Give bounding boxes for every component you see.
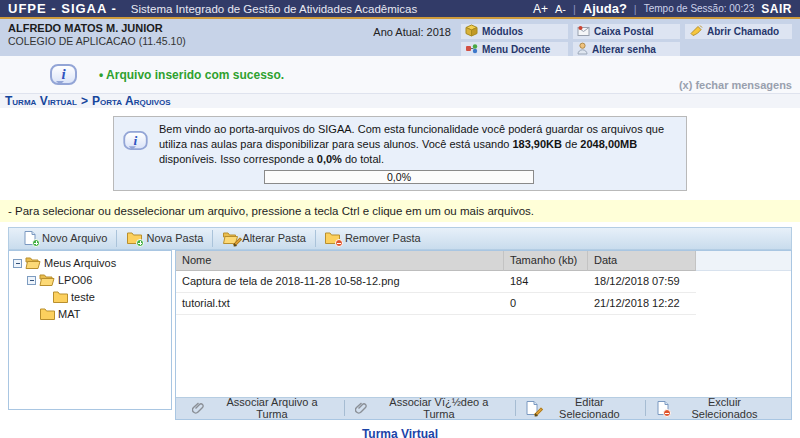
percent-used-value: 0,0%: [317, 153, 342, 165]
change-password-button[interactable]: Alterar senha: [573, 42, 680, 57]
button-label: Alterar Pasta: [242, 232, 306, 244]
modules-cube-icon: [465, 24, 478, 39]
font-decrease-button[interactable]: A-: [555, 3, 566, 15]
new-folder-icon: [126, 231, 142, 245]
open-folder-icon: [39, 273, 55, 288]
breadcrumb: Turma Virtual > Porta Arquivos: [0, 93, 800, 108]
new-file-icon: [22, 231, 38, 245]
close-messages-link[interactable]: (x) fechar mensagens: [679, 79, 792, 91]
plus-badge-icon: [136, 239, 144, 247]
table-row[interactable]: tutorial.txt 0 21/12/2018 12:22: [176, 293, 791, 315]
storage-progress-bar: 0,0%: [264, 170, 534, 184]
logout-button[interactable]: SAIR: [761, 2, 792, 16]
top-navigation-bar: UFPE - SIGAA - Sistema Integrado de Gest…: [0, 0, 800, 19]
font-increase-button[interactable]: A+: [533, 2, 548, 16]
empty-space: [176, 315, 791, 397]
tree-item-teste[interactable]: teste: [11, 289, 169, 306]
user-name: ALFREDO MATOS M. JUNIOR: [8, 22, 186, 34]
divider: |: [573, 3, 576, 15]
user-unit: COLEGIO DE APLICACAO (11.45.10): [8, 35, 186, 47]
session-timer: Tempo de Sessão: 00:23: [644, 3, 755, 14]
tree-item-label: LPO06: [58, 274, 92, 286]
file-date-cell: 21/12/2018 12:22: [588, 293, 696, 315]
header-filler: [696, 251, 791, 271]
button-label: Módulos: [482, 26, 523, 37]
breadcrumb-current: Porta Arquivos: [92, 94, 171, 108]
footer-link-row: Turma Virtual: [0, 425, 800, 438]
file-date-cell: 18/12/2018 07:59: [588, 271, 696, 293]
remove-folder-button[interactable]: Remover Pasta: [315, 230, 430, 247]
associate-file-button[interactable]: Associar Arquivo a Turma: [182, 400, 344, 416]
plus-badge-icon: [32, 239, 40, 247]
current-year-label: Ano Atual: 2018: [373, 26, 451, 38]
modules-button[interactable]: Módulos: [461, 24, 568, 39]
message-area: • Arquivo inserido com sucesso. (x) fech…: [0, 56, 800, 93]
open-ticket-button[interactable]: Abrir Chamado: [685, 24, 792, 39]
welcome-text-4: do total.: [342, 153, 384, 165]
file-size-cell: 184: [504, 271, 588, 293]
file-manager: Novo Arquivo Nova Pasta Alterar Pasta Re…: [8, 227, 792, 420]
button-label: Novo Arquivo: [42, 232, 107, 244]
tree-item-label: MAT: [58, 308, 80, 320]
welcome-section: Bem vindo ao porta-arquivos do SIGAA. Co…: [0, 108, 800, 200]
system-name: Sistema Integrado de Gestão de Atividade…: [131, 3, 417, 15]
teacher-menu-button[interactable]: Menu Docente: [461, 42, 568, 57]
mailbox-icon: [577, 25, 590, 39]
tree-item-lpo06[interactable]: LPO06: [11, 272, 169, 289]
file-toolbar: Novo Arquivo Nova Pasta Alterar Pasta Re…: [8, 227, 792, 250]
collapse-expander-icon[interactable]: [13, 259, 22, 268]
breadcrumb-parent-link[interactable]: Turma Virtual: [5, 94, 77, 108]
button-label: Remover Pasta: [345, 232, 421, 244]
info-icon: [50, 64, 77, 85]
edit-selected-button[interactable]: Editar Selecionado: [515, 400, 645, 416]
button-label: Excluir Selecionados: [674, 396, 775, 420]
button-label: Abrir Chamado: [707, 26, 779, 37]
file-action-bar: Associar Arquivo a Turma Associar Vï¿½de…: [176, 397, 791, 419]
button-label: Associar Arquivo a Turma: [210, 396, 334, 420]
button-label: Editar Selecionado: [544, 396, 635, 420]
hint-text: - Para selecionar ou desselecionar um ar…: [8, 205, 534, 217]
turma-virtual-link[interactable]: Turma Virtual: [362, 427, 438, 438]
collapse-expander-icon[interactable]: [27, 276, 36, 285]
file-name-cell: tutorial.txt: [176, 293, 504, 315]
table-row[interactable]: Captura de tela de 2018-11-28 10-58-12.p…: [176, 271, 791, 293]
tree-item-mat[interactable]: MAT: [11, 306, 169, 323]
edit-folder-button[interactable]: Alterar Pasta: [212, 230, 315, 247]
closed-folder-icon: [40, 307, 55, 322]
mailbox-button[interactable]: Caixa Postal: [573, 24, 680, 39]
tree-item-label: teste: [71, 291, 95, 303]
welcome-text: Bem vindo ao porta-arquivos do SIGAA. Co…: [159, 122, 676, 167]
breadcrumb-separator: >: [81, 94, 88, 108]
delete-selected-button[interactable]: Excluir Selecionados: [645, 400, 785, 416]
success-message-text: Arquivo inserido com sucesso.: [106, 68, 284, 82]
tree-item-label: Meus Arquivos: [44, 257, 116, 269]
folder-tree-panel: Meus Arquivos LPO06 teste MAT: [8, 250, 172, 410]
closed-folder-icon: [53, 290, 68, 305]
brand-logo: UFPE - SIGAA -: [8, 1, 117, 16]
associate-video-button[interactable]: Associar Vï¿½deo a Turma: [344, 400, 515, 416]
welcome-box: Bem vindo ao porta-arquivos do SIGAA. Co…: [113, 116, 687, 191]
minus-badge-icon: [663, 409, 671, 417]
file-list-panel: Nome Tamanho (kb) Data Captura de tela d…: [175, 250, 792, 420]
new-file-button[interactable]: Novo Arquivo: [13, 230, 116, 247]
button-label: Alterar senha: [592, 44, 656, 55]
bullet: •: [99, 68, 103, 82]
button-label: Nova Pasta: [146, 232, 203, 244]
column-header-size[interactable]: Tamanho (kb): [504, 251, 588, 271]
used-space-value: 183,90KB: [512, 138, 562, 150]
tree-item-meus-arquivos[interactable]: Meus Arquivos: [11, 255, 169, 272]
edit-folder-icon: [222, 231, 238, 245]
minus-badge-icon: [335, 239, 343, 247]
file-size-cell: 0: [504, 293, 588, 315]
header-button-grid: Módulos Caixa Postal Abrir Chamado Menu …: [461, 24, 792, 57]
new-folder-button[interactable]: Nova Pasta: [116, 230, 212, 247]
column-header-date[interactable]: Data: [588, 251, 696, 271]
column-header-name[interactable]: Nome: [176, 251, 504, 271]
button-label: Caixa Postal: [594, 26, 653, 37]
remove-folder-icon: [325, 231, 341, 245]
password-user-icon: [577, 42, 588, 57]
ticket-horn-icon: [689, 24, 703, 39]
help-link[interactable]: Ajuda?: [583, 1, 627, 16]
welcome-text-3: disponíveis. Isso corresponde a: [159, 153, 317, 165]
delete-file-icon: [656, 401, 669, 415]
